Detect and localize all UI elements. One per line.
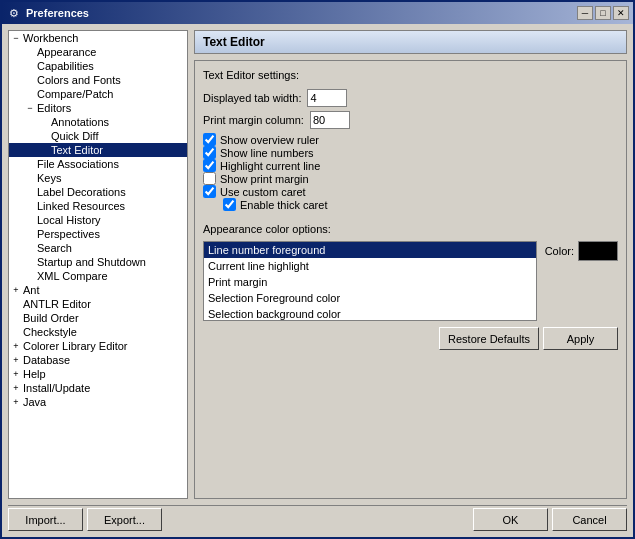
- sidebar-item-xml-compare[interactable]: XML Compare: [9, 269, 187, 283]
- show-print-margin-checkbox[interactable]: [203, 172, 216, 185]
- apply-button[interactable]: Apply: [543, 327, 618, 350]
- panel-header: Text Editor: [194, 30, 627, 54]
- color-item-print-margin[interactable]: Print margin: [204, 274, 536, 290]
- color-options-label: Appearance color options:: [203, 223, 618, 235]
- sidebar-item-annotations[interactable]: Annotations: [9, 115, 187, 129]
- color-list: Line number foregroundCurrent line highl…: [203, 241, 537, 321]
- left-panel-wrapper: −WorkbenchAppearanceCapabilitiesColors a…: [8, 30, 188, 499]
- sidebar-item-build-order[interactable]: Build Order: [9, 311, 187, 325]
- sidebar-item-editors[interactable]: −Editors: [9, 101, 187, 115]
- print-margin-input[interactable]: [310, 111, 350, 129]
- checkbox-row-show-print-margin: Show print margin: [203, 172, 618, 185]
- window-controls: ─ □ ✕: [577, 6, 629, 20]
- preferences-window: ⚙ Preferences ─ □ ✕ −WorkbenchAppearance…: [0, 0, 635, 539]
- window-title: Preferences: [26, 7, 577, 19]
- title-bar: ⚙ Preferences ─ □ ✕: [2, 2, 633, 24]
- show-print-margin-label: Show print margin: [220, 173, 309, 185]
- print-margin-label: Print margin column:: [203, 114, 304, 126]
- sidebar-item-appearance[interactable]: Appearance: [9, 45, 187, 59]
- sidebar-item-label-decorations[interactable]: Label Decorations: [9, 185, 187, 199]
- sidebar-item-install-update[interactable]: +Install/Update: [9, 381, 187, 395]
- maximize-button[interactable]: □: [595, 6, 611, 20]
- settings-area: Text Editor settings: Displayed tab widt…: [194, 60, 627, 499]
- main-row: −WorkbenchAppearanceCapabilitiesColors a…: [8, 30, 627, 499]
- checkbox-row-show-overview-ruler: Show overview ruler: [203, 133, 618, 146]
- export-button[interactable]: Export...: [87, 508, 162, 531]
- sidebar-item-capabilities[interactable]: Capabilities: [9, 59, 187, 73]
- color-options-area: Line number foregroundCurrent line highl…: [203, 241, 618, 321]
- sidebar-item-linked-resources[interactable]: Linked Resources: [9, 199, 187, 213]
- sidebar-item-checkstyle[interactable]: Checkstyle: [9, 325, 187, 339]
- sidebar-item-search[interactable]: Search: [9, 241, 187, 255]
- checkbox-row-use-custom-caret: Use custom caret: [203, 185, 618, 198]
- enable-thick-caret-checkbox[interactable]: [223, 198, 236, 211]
- highlight-current-line-checkbox[interactable]: [203, 159, 216, 172]
- color-item-current-line-highlight[interactable]: Current line highlight: [204, 258, 536, 274]
- minimize-button[interactable]: ─: [577, 6, 593, 20]
- sidebar-item-compare-patch[interactable]: Compare/Patch: [9, 87, 187, 101]
- checkbox-row-enable-thick-caret: Enable thick caret: [203, 198, 618, 211]
- footer-row: Import... Export... OK Cancel: [8, 505, 627, 531]
- ok-button[interactable]: OK: [473, 508, 548, 531]
- sidebar-item-help[interactable]: +Help: [9, 367, 187, 381]
- use-custom-caret-label: Use custom caret: [220, 186, 306, 198]
- color-label: Color:: [545, 245, 574, 257]
- color-item-selection-bg[interactable]: Selection background color: [204, 306, 536, 321]
- settings-label: Text Editor settings:: [203, 69, 618, 81]
- sidebar-item-workbench[interactable]: −Workbench: [9, 31, 187, 45]
- highlight-current-line-label: Highlight current line: [220, 160, 320, 172]
- color-item-selection-fg[interactable]: Selection Foreground color: [204, 290, 536, 306]
- tab-width-row: Displayed tab width:: [203, 89, 618, 107]
- sidebar-item-keys[interactable]: Keys: [9, 171, 187, 185]
- show-overview-ruler-label: Show overview ruler: [220, 134, 319, 146]
- footer-left: Import... Export...: [8, 508, 162, 531]
- cancel-button[interactable]: Cancel: [552, 508, 627, 531]
- tree-panel: −WorkbenchAppearanceCapabilitiesColors a…: [8, 30, 188, 499]
- sidebar-item-startup-shutdown[interactable]: Startup and Shutdown: [9, 255, 187, 269]
- sidebar-item-quick-diff[interactable]: Quick Diff: [9, 129, 187, 143]
- import-button[interactable]: Import...: [8, 508, 83, 531]
- color-swatch[interactable]: [578, 241, 618, 261]
- sidebar-item-java[interactable]: +Java: [9, 395, 187, 409]
- sidebar-item-file-associations[interactable]: File Associations: [9, 157, 187, 171]
- tab-width-input[interactable]: [307, 89, 347, 107]
- window-icon: ⚙: [6, 5, 22, 21]
- bottom-buttons: Restore Defaults Apply: [203, 325, 618, 350]
- tab-width-label: Displayed tab width:: [203, 92, 301, 104]
- close-button[interactable]: ✕: [613, 6, 629, 20]
- sidebar-item-antlr-editor[interactable]: ANTLR Editor: [9, 297, 187, 311]
- sidebar-item-database[interactable]: +Database: [9, 353, 187, 367]
- sidebar-item-colorer-library-editor[interactable]: +Colorer Library Editor: [9, 339, 187, 353]
- sidebar-item-text-editor[interactable]: Text Editor: [9, 143, 187, 157]
- show-line-numbers-label: Show line numbers: [220, 147, 314, 159]
- right-panel: Text Editor Text Editor settings: Displa…: [194, 30, 627, 499]
- print-margin-row: Print margin column:: [203, 111, 618, 129]
- use-custom-caret-checkbox[interactable]: [203, 185, 216, 198]
- enable-thick-caret-label: Enable thick caret: [240, 199, 327, 211]
- sidebar-item-perspectives[interactable]: Perspectives: [9, 227, 187, 241]
- color-item-line-number-fg[interactable]: Line number foreground: [204, 242, 536, 258]
- sidebar-item-colors-fonts[interactable]: Colors and Fonts: [9, 73, 187, 87]
- content-area: −WorkbenchAppearanceCapabilitiesColors a…: [2, 24, 633, 537]
- checkbox-row-show-line-numbers: Show line numbers: [203, 146, 618, 159]
- color-picker-area: Color:: [545, 241, 618, 261]
- show-line-numbers-checkbox[interactable]: [203, 146, 216, 159]
- footer-right: OK Cancel: [473, 508, 627, 531]
- sidebar-item-local-history[interactable]: Local History: [9, 213, 187, 227]
- restore-defaults-button[interactable]: Restore Defaults: [439, 327, 539, 350]
- checkbox-row-highlight-current-line: Highlight current line: [203, 159, 618, 172]
- show-overview-ruler-checkbox[interactable]: [203, 133, 216, 146]
- sidebar-item-ant[interactable]: +Ant: [9, 283, 187, 297]
